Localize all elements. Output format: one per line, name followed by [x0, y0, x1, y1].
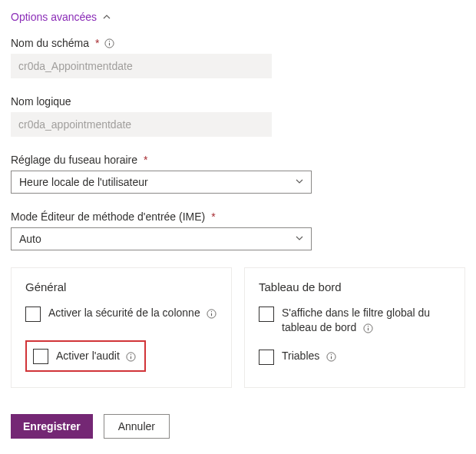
logical-name-field: Nom logique — [11, 95, 465, 137]
audit-highlight: Activer l'audit — [25, 340, 146, 372]
timezone-label-text: Réglage du fuseau horaire — [11, 154, 137, 166]
column-security-label: Activer la sécurité de la colonne — [48, 307, 200, 319]
schema-name-label: Nom du schéma * — [11, 37, 465, 49]
ime-mode-value: Auto — [19, 233, 41, 245]
info-icon[interactable] — [362, 323, 373, 333]
svg-point-2 — [109, 41, 110, 41]
timezone-field: Réglage du fuseau horaire * Heure locale… — [11, 154, 465, 194]
info-icon[interactable] — [207, 308, 217, 319]
dashboard-card: Tableau de bord S'affiche dans le filtre… — [244, 267, 465, 388]
logical-name-label: Nom logique — [11, 95, 465, 108]
advanced-options-toggle[interactable]: Options avancées — [11, 11, 112, 23]
ime-mode-field: Mode Éditeur de méthode d'entrée (IME) *… — [11, 210, 465, 250]
ime-mode-select[interactable]: Auto — [11, 227, 312, 250]
svg-point-5 — [211, 311, 212, 312]
dashboard-card-title: Tableau de bord — [259, 280, 451, 293]
column-security-checkbox[interactable] — [25, 307, 41, 322]
sortable-label: Triables — [282, 350, 319, 362]
audit-label: Activer l'audit — [56, 350, 120, 362]
column-security-option: Activer la sécurité de la colonne — [25, 306, 217, 322]
schema-name-label-text: Nom du schéma — [11, 37, 89, 49]
timezone-label: Réglage du fuseau horaire * — [11, 154, 465, 166]
cancel-button[interactable]: Annuler — [104, 414, 170, 439]
info-icon[interactable] — [326, 351, 336, 362]
timezone-select[interactable]: Heure locale de l'utilisateur — [11, 171, 312, 194]
form-actions: Enregistrer Annuler — [11, 414, 465, 439]
svg-point-14 — [331, 354, 332, 355]
ime-mode-label-text: Mode Éditeur de méthode d'entrée (IME) — [11, 210, 205, 223]
info-icon[interactable] — [104, 38, 114, 48]
timezone-value: Heure locale de l'utilisateur — [19, 176, 148, 188]
logical-name-input — [11, 112, 272, 137]
save-button[interactable]: Enregistrer — [11, 414, 93, 439]
logical-name-label-text: Nom logique — [11, 95, 71, 108]
global-filter-checkbox[interactable] — [259, 307, 274, 322]
global-filter-option: S'affiche dans le filtre global du table… — [259, 306, 451, 335]
svg-point-11 — [368, 326, 369, 326]
required-asterisk: * — [211, 210, 215, 223]
info-icon[interactable] — [126, 351, 137, 362]
ime-mode-label: Mode Éditeur de méthode d'entrée (IME) * — [11, 210, 465, 223]
chevron-up-icon — [101, 12, 112, 22]
sortable-option: Triables — [259, 349, 451, 365]
required-asterisk: * — [95, 37, 99, 49]
schema-name-input — [11, 54, 272, 78]
advanced-options-label: Options avancées — [11, 11, 97, 23]
audit-checkbox[interactable] — [33, 349, 48, 364]
schema-name-field: Nom du schéma * — [11, 37, 465, 78]
global-filter-label: S'affiche dans le filtre global du table… — [282, 307, 430, 333]
general-card: Général Activer la sécurité de la colonn… — [11, 267, 232, 388]
svg-point-8 — [131, 354, 131, 355]
general-card-title: Général — [25, 280, 217, 293]
required-asterisk: * — [144, 154, 147, 166]
options-cards-row: Général Activer la sécurité de la colonn… — [11, 267, 465, 388]
sortable-checkbox[interactable] — [259, 350, 274, 365]
